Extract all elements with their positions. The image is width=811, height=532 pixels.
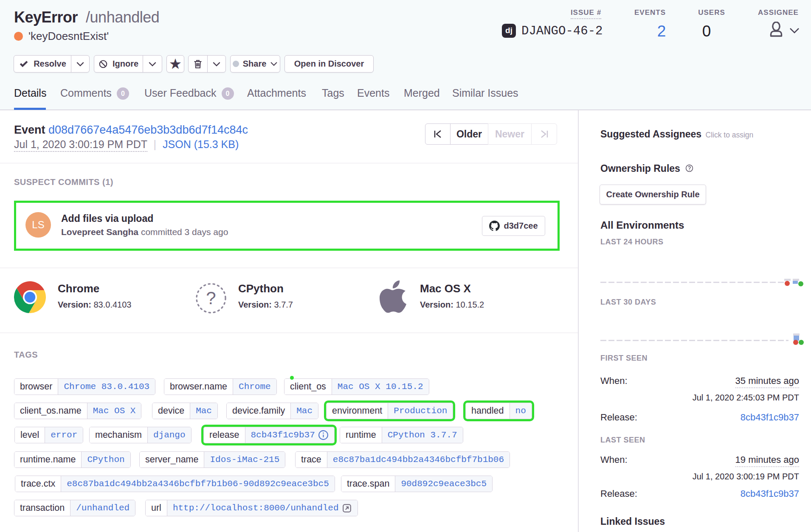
- svg-text:?: ?: [206, 288, 216, 308]
